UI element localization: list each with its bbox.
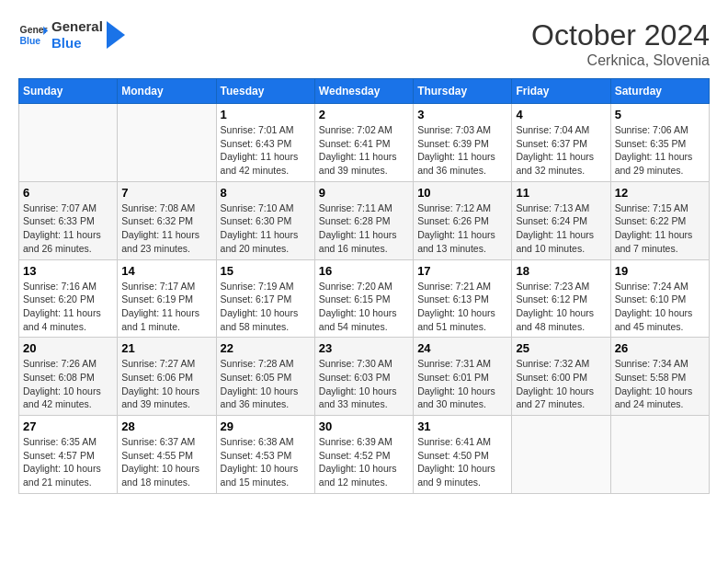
day-info: Sunrise: 7:17 AM Sunset: 6:19 PM Dayligh… [121,280,211,334]
day-info: Sunrise: 7:08 AM Sunset: 6:32 PM Dayligh… [121,201,211,256]
calendar-cell: 1Sunrise: 7:01 AM Sunset: 6:43 PM Daylig… [216,104,314,182]
calendar-cell: 23Sunrise: 7:30 AM Sunset: 6:03 PM Dayli… [314,338,413,416]
calendar-week-row: 1Sunrise: 7:01 AM Sunset: 6:43 PM Daylig… [19,104,710,182]
calendar-table: Sunday Monday Tuesday Wednesday Thursday… [18,78,710,494]
day-number: 23 [319,341,409,355]
page-header: General Blue General Blue October 2024 C… [18,18,710,69]
col-sunday: Sunday [19,79,118,104]
col-wednesday: Wednesday [314,79,413,104]
day-info: Sunrise: 7:07 AM Sunset: 6:33 PM Dayligh… [23,201,113,256]
calendar-cell: 13Sunrise: 7:16 AM Sunset: 6:20 PM Dayli… [19,259,118,338]
day-info: Sunrise: 7:20 AM Sunset: 6:15 PM Dayligh… [319,280,409,334]
calendar-week-row: 6Sunrise: 7:07 AM Sunset: 6:33 PM Daylig… [19,181,710,259]
day-info: Sunrise: 7:21 AM Sunset: 6:13 PM Dayligh… [417,280,507,334]
calendar-cell: 21Sunrise: 7:27 AM Sunset: 6:06 PM Dayli… [118,338,216,416]
day-info: Sunrise: 6:39 AM Sunset: 4:52 PM Dayligh… [319,435,409,489]
day-info: Sunrise: 7:32 AM Sunset: 6:00 PM Dayligh… [516,357,606,411]
calendar-cell: 29Sunrise: 6:38 AM Sunset: 4:53 PM Dayli… [216,416,314,494]
logo: General Blue General Blue [18,18,125,52]
day-info: Sunrise: 7:15 AM Sunset: 6:22 PM Dayligh… [615,201,705,256]
calendar-cell: 27Sunrise: 6:35 AM Sunset: 4:57 PM Dayli… [19,416,118,494]
col-tuesday: Tuesday [216,79,314,104]
calendar-week-row: 20Sunrise: 7:26 AM Sunset: 6:08 PM Dayli… [19,338,710,416]
day-info: Sunrise: 7:04 AM Sunset: 6:37 PM Dayligh… [516,123,606,178]
calendar-cell: 5Sunrise: 7:06 AM Sunset: 6:35 PM Daylig… [610,104,709,182]
calendar-cell: 19Sunrise: 7:24 AM Sunset: 6:10 PM Dayli… [610,259,709,338]
day-number: 21 [121,341,211,355]
day-number: 31 [417,419,507,433]
calendar-cell: 24Sunrise: 7:31 AM Sunset: 6:01 PM Dayli… [414,338,512,416]
logo-general: General [51,18,103,35]
day-number: 1 [221,108,311,121]
day-number: 22 [221,341,311,355]
day-number: 4 [516,108,606,121]
day-number: 24 [417,341,507,355]
svg-text:Blue: Blue [20,36,41,46]
day-info: Sunrise: 7:30 AM Sunset: 6:03 PM Dayligh… [319,357,409,411]
day-info: Sunrise: 7:13 AM Sunset: 6:24 PM Dayligh… [516,201,606,256]
day-number: 19 [615,264,705,278]
calendar-cell: 22Sunrise: 7:28 AM Sunset: 6:05 PM Dayli… [216,338,314,416]
day-number: 20 [23,341,113,355]
calendar-cell: 26Sunrise: 7:34 AM Sunset: 5:58 PM Dayli… [610,338,709,416]
col-monday: Monday [118,79,216,104]
calendar-cell: 8Sunrise: 7:10 AM Sunset: 6:30 PM Daylig… [216,181,314,259]
calendar-cell: 28Sunrise: 6:37 AM Sunset: 4:55 PM Dayli… [118,416,216,494]
day-number: 3 [417,108,507,121]
calendar-cell [118,104,216,182]
col-friday: Friday [512,79,610,104]
logo-blue: Blue [51,35,103,52]
day-info: Sunrise: 7:11 AM Sunset: 6:28 PM Dayligh… [319,201,409,256]
logo-icon: General Blue [18,20,48,50]
day-number: 14 [121,264,211,278]
day-number: 29 [221,419,311,433]
day-number: 16 [319,264,409,278]
calendar-cell: 12Sunrise: 7:15 AM Sunset: 6:22 PM Dayli… [610,181,709,259]
calendar-cell [512,416,610,494]
day-number: 30 [319,419,409,433]
calendar-cell: 7Sunrise: 7:08 AM Sunset: 6:32 PM Daylig… [118,181,216,259]
calendar-cell: 16Sunrise: 7:20 AM Sunset: 6:15 PM Dayli… [314,259,413,338]
day-number: 7 [121,186,211,200]
calendar-cell: 25Sunrise: 7:32 AM Sunset: 6:00 PM Dayli… [512,338,610,416]
day-number: 8 [221,186,311,200]
calendar-cell: 15Sunrise: 7:19 AM Sunset: 6:17 PM Dayli… [216,259,314,338]
day-number: 25 [516,341,606,355]
calendar-cell: 11Sunrise: 7:13 AM Sunset: 6:24 PM Dayli… [512,181,610,259]
day-info: Sunrise: 7:26 AM Sunset: 6:08 PM Dayligh… [23,357,113,411]
day-number: 15 [221,264,311,278]
day-info: Sunrise: 6:37 AM Sunset: 4:55 PM Dayligh… [121,435,211,489]
day-info: Sunrise: 6:41 AM Sunset: 4:50 PM Dayligh… [417,435,507,489]
day-info: Sunrise: 7:06 AM Sunset: 6:35 PM Dayligh… [615,123,705,178]
col-saturday: Saturday [610,79,709,104]
svg-marker-3 [107,21,125,49]
calendar-cell: 30Sunrise: 6:39 AM Sunset: 4:52 PM Dayli… [314,416,413,494]
day-number: 5 [615,108,705,121]
calendar-cell: 2Sunrise: 7:02 AM Sunset: 6:41 PM Daylig… [314,104,413,182]
day-info: Sunrise: 6:38 AM Sunset: 4:53 PM Dayligh… [221,435,311,489]
day-number: 28 [121,419,211,433]
day-number: 18 [516,264,606,278]
calendar-cell: 20Sunrise: 7:26 AM Sunset: 6:08 PM Dayli… [19,338,118,416]
calendar-cell [19,104,118,182]
calendar-cell: 14Sunrise: 7:17 AM Sunset: 6:19 PM Dayli… [118,259,216,338]
location: Cerknica, Slovenia [531,52,710,69]
day-info: Sunrise: 7:24 AM Sunset: 6:10 PM Dayligh… [615,280,705,334]
calendar-cell [610,416,709,494]
calendar-cell: 31Sunrise: 6:41 AM Sunset: 4:50 PM Dayli… [414,416,512,494]
day-number: 6 [23,186,113,200]
day-number: 17 [417,264,507,278]
calendar-cell: 3Sunrise: 7:03 AM Sunset: 6:39 PM Daylig… [414,104,512,182]
calendar-cell: 10Sunrise: 7:12 AM Sunset: 6:26 PM Dayli… [414,181,512,259]
calendar-cell: 9Sunrise: 7:11 AM Sunset: 6:28 PM Daylig… [314,181,413,259]
calendar-cell: 17Sunrise: 7:21 AM Sunset: 6:13 PM Dayli… [414,259,512,338]
day-number: 13 [23,264,113,278]
day-info: Sunrise: 7:01 AM Sunset: 6:43 PM Dayligh… [221,123,311,178]
month-title: October 2024 [531,18,710,52]
day-info: Sunrise: 7:34 AM Sunset: 5:58 PM Dayligh… [615,357,705,411]
day-info: Sunrise: 7:23 AM Sunset: 6:12 PM Dayligh… [516,280,606,334]
day-number: 12 [615,186,705,200]
day-info: Sunrise: 6:35 AM Sunset: 4:57 PM Dayligh… [23,435,113,489]
day-info: Sunrise: 7:16 AM Sunset: 6:20 PM Dayligh… [23,280,113,334]
logo-triangle-icon [107,21,125,49]
